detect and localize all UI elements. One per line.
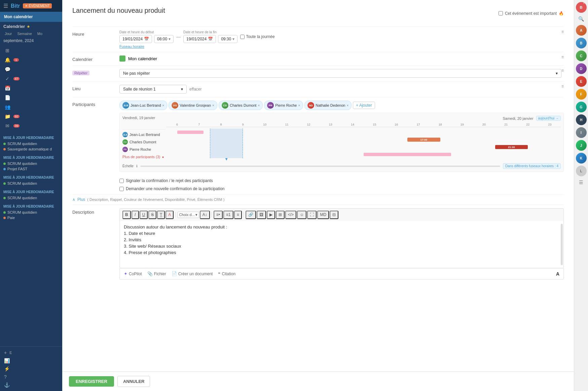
allday-checkbox[interactable] (240, 35, 245, 39)
copilot-button[interactable]: ✦ CoPilot (124, 271, 142, 276)
list-item[interactable]: SCRUM quotidien (0, 161, 62, 166)
time-label-12: 12 (298, 123, 320, 126)
list-item[interactable]: SCRUM quotidien (0, 141, 62, 146)
mon-calendrier-button[interactable]: Mon calendrier (0, 12, 62, 22)
bold-button[interactable]: B (122, 211, 131, 219)
add-participant-button[interactable]: + Ajouter (353, 102, 375, 109)
table-button[interactable]: ⊞ (276, 211, 285, 219)
close-jlb-icon[interactable]: × (162, 104, 164, 107)
fullscreen-button[interactable]: ⛶ (307, 211, 317, 219)
nav-folder[interactable]: 📁 92 (0, 112, 62, 121)
nav-calendar[interactable]: 📅 (0, 83, 62, 93)
list-item[interactable]: SCRUM quotidien (0, 195, 62, 201)
repeter-select[interactable]: Ne pas répéter ▾ (119, 69, 561, 78)
color-button[interactable]: A (166, 211, 174, 219)
rail-search-icon[interactable]: 🔍 (577, 15, 585, 23)
typewriter-button[interactable]: T̲ (157, 211, 165, 219)
nav-analytics[interactable]: 📊 (4, 357, 58, 365)
nav-mail[interactable]: ✉ 39 (0, 121, 62, 131)
rail-av9[interactable]: I (576, 127, 587, 138)
creer-document-button[interactable]: 📄 Créer un document (172, 271, 213, 276)
list-item[interactable]: Paie (0, 215, 62, 220)
editor-area[interactable]: Discussion autour du lancement du nouvea… (119, 221, 564, 268)
drag-handle-lieu[interactable]: ⠿ (561, 85, 564, 88)
demander-checkbox[interactable] (119, 187, 124, 191)
nav-tasks[interactable]: ✓ 47 (0, 74, 62, 83)
image-button[interactable]: 🖼 (257, 211, 266, 219)
time-debut-select[interactable]: 08:00 ▾ (154, 35, 174, 43)
rail-av4[interactable]: D (576, 63, 587, 74)
cancel-button[interactable]: ANNULER (117, 376, 150, 387)
extra-button[interactable]: ⊟ (330, 211, 338, 219)
rail-av12[interactable]: L (576, 166, 587, 176)
hamburger-icon[interactable]: ☰ (3, 3, 8, 9)
nav-home[interactable]: ⊞ (0, 46, 62, 55)
nav-bell[interactable]: 🔔 1 (0, 55, 62, 65)
align-button[interactable]: ≡ (234, 211, 242, 219)
tab-jour[interactable]: Jour (3, 31, 14, 36)
list-item[interactable]: SCRUM quotidien (0, 181, 62, 186)
tab-mo[interactable]: Mo (35, 31, 44, 36)
drag-handle-heure[interactable]: ⠿ (561, 30, 564, 34)
calendar-title: Calendrier (3, 24, 25, 29)
add-item[interactable]: + E (4, 349, 58, 357)
avail-today-badge[interactable]: aujourd'hui → (536, 116, 561, 121)
nav-lightning[interactable]: ⚡ (4, 365, 58, 373)
list-item[interactable]: SCRUM quotidien (0, 210, 62, 215)
close-pr-icon[interactable]: × (298, 104, 300, 107)
video-button[interactable]: ▶ (267, 211, 275, 219)
emoji-button[interactable]: ☺ (297, 211, 306, 219)
fichier-button[interactable]: 📎 Fichier (147, 271, 166, 276)
date-debut-input[interactable]: 19/01/2024 📅 (119, 35, 152, 43)
month-display: septembre, 2024 (0, 38, 62, 44)
rail-av8[interactable]: H (576, 114, 587, 125)
date-fin-input[interactable]: 19/01/2024 📅 (183, 35, 216, 43)
close-cd-icon[interactable]: × (258, 104, 260, 107)
rail-av10[interactable]: J (576, 140, 587, 151)
save-button[interactable]: ENREGISTRER (69, 376, 114, 387)
rail-av1[interactable]: A (576, 25, 587, 36)
folder-badge: 92 (13, 115, 20, 118)
italic-button[interactable]: I (132, 211, 139, 219)
rail-avatar-top[interactable]: B 10 (576, 2, 587, 13)
important-checkbox[interactable] (499, 11, 503, 15)
nav-chat[interactable]: 💬 (0, 65, 62, 74)
markdown-button[interactable]: MD (317, 211, 329, 219)
rail-av6[interactable]: F (576, 89, 587, 100)
code-button[interactable]: </> (285, 211, 296, 219)
ul-button[interactable]: ≡• (214, 211, 223, 219)
fuseau-link[interactable]: Fuseau horaire (119, 44, 561, 48)
rail-av7[interactable]: G (576, 102, 587, 112)
citation-button[interactable]: ❝ Citation (218, 271, 235, 276)
effacer-button[interactable]: effacer (189, 87, 201, 92)
strikethrough-button[interactable]: S (148, 211, 156, 219)
nav-contacts[interactable]: 👥 (0, 102, 62, 112)
signaler-checkbox[interactable] (119, 179, 124, 183)
drag-handle-rep[interactable]: ⠿ (561, 69, 564, 73)
ol-button[interactable]: ≡1 (223, 211, 233, 219)
rail-menu-icon[interactable]: ☰ (578, 178, 585, 186)
link-button[interactable]: 🔗 (246, 211, 256, 219)
rail-av3[interactable]: C (576, 50, 587, 61)
font-select[interactable]: Choix d... ▾ (177, 212, 199, 218)
list-item[interactable]: Projet FAST (0, 166, 62, 172)
underline-button[interactable]: U (140, 211, 148, 219)
rail-av11[interactable]: K (576, 153, 587, 164)
rail-av5[interactable]: E (576, 76, 587, 87)
lieu-select[interactable]: Salle de réunion 1 ▾ (119, 85, 187, 94)
list-item[interactable]: Sauvegarde automatique d (0, 146, 62, 152)
plus-toggle[interactable]: ∧ Plus ( Description, Rappel, Couleur de… (72, 197, 564, 202)
fichier-icon: 📎 (147, 271, 153, 276)
rail-av2[interactable]: B (576, 38, 587, 48)
nav-anchor[interactable]: ⚓ (4, 381, 58, 389)
close-nd-icon[interactable]: × (346, 104, 348, 107)
nav-doc[interactable]: 📄 (0, 93, 62, 102)
close-vg-icon[interactable]: × (212, 104, 214, 107)
tab-semaine[interactable]: Semaine (15, 31, 34, 36)
drag-handle-cal[interactable]: ⠿ (561, 56, 564, 59)
nav-help[interactable]: ? (4, 373, 58, 381)
event-group-5: Mise à jour hebdomadaire SCRUM quotidien… (0, 203, 62, 220)
font-size-button[interactable]: A↕ (200, 211, 210, 219)
editor-scrollbar[interactable] (561, 224, 563, 265)
time-fin-select[interactable]: 09:30 ▾ (218, 35, 237, 43)
